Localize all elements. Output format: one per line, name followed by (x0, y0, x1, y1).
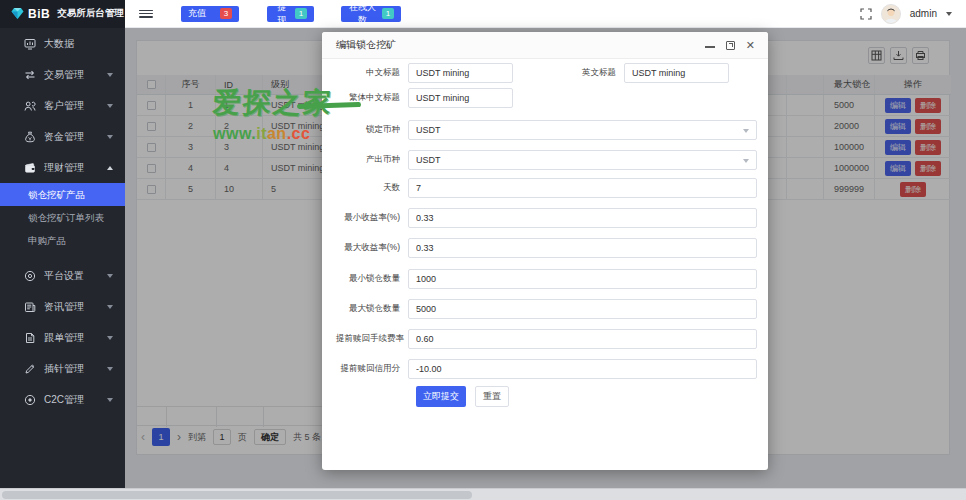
min-lock-input[interactable] (408, 269, 757, 289)
sidebar-item-label: 理财管理 (44, 161, 99, 175)
username[interactable]: admin (910, 8, 937, 19)
field-label-days: 天数 (336, 182, 408, 194)
chevron-down-icon (107, 104, 113, 108)
sidebar-item-label: 平台设置 (44, 269, 99, 283)
sidebar-item-pin[interactable]: 插针管理 (0, 353, 125, 384)
form-row: 提前赎回手续费率 (336, 329, 757, 349)
withdraw-button[interactable]: 提现 1 (267, 6, 314, 22)
field-label-min-rate: 最小收益率(%) (336, 212, 408, 224)
sidebar-item-c2c[interactable]: C2C管理 (0, 384, 125, 415)
edit-mining-modal: 编辑锁仓挖矿 ✕ 中文标题 英文标题 繁体中文标题 锁定币种 USD (322, 32, 768, 470)
sidebar-item-copytrade[interactable]: 跟单管理 (0, 322, 125, 353)
cn-title-input[interactable] (408, 63, 513, 83)
circle-dot-icon (24, 394, 36, 406)
sidebar-gap (0, 252, 125, 260)
logo-text: BiB (28, 7, 50, 21)
minimize-icon[interactable] (705, 42, 715, 48)
chart-icon (24, 38, 36, 50)
field-label-max-lock: 最大锁仓数量 (336, 303, 408, 315)
money-bag-icon (24, 131, 36, 143)
sidebar-collapse-icon[interactable] (139, 8, 153, 20)
document-icon (24, 332, 36, 344)
field-label-en-title: 英文标题 (513, 67, 624, 79)
field-label-min-lock: 最小锁仓数量 (336, 273, 408, 285)
output-coin-select[interactable]: USDT (408, 150, 757, 170)
sidebar-item-platform[interactable]: 平台设置 (0, 260, 125, 291)
field-label-output-coin: 产出币种 (336, 154, 408, 166)
min-rate-input[interactable] (408, 208, 757, 228)
scrollbar-thumb[interactable] (2, 491, 472, 499)
form-row: 最小收益率(%) (336, 208, 757, 228)
en-title-input[interactable] (624, 63, 729, 83)
modal-title: 编辑锁仓挖矿 (336, 38, 396, 52)
tc-title-input[interactable] (408, 88, 513, 108)
field-label-tc-title: 繁体中文标题 (336, 92, 408, 104)
sidebar-item-label: 大数据 (44, 37, 113, 51)
sidebar-item-label: C2C管理 (44, 393, 99, 407)
sidebar-item-bigdata[interactable]: 大数据 (0, 28, 125, 59)
output-coin-value: USDT (416, 155, 441, 165)
select-caret-icon (743, 159, 749, 163)
withdraw-badge: 1 (295, 8, 307, 19)
form-row: 提前赎回信用分 (336, 359, 757, 379)
chevron-down-icon (107, 135, 113, 139)
form-row: 繁体中文标题 (336, 88, 757, 108)
form-row: 最大收益率(%) (336, 238, 757, 258)
user-avatar[interactable] (881, 4, 901, 24)
user-menu-caret-icon[interactable] (946, 12, 952, 16)
chevron-down-icon (107, 398, 113, 402)
top-header: BiB 交易所后台管理 充值 3 提现 1 在线人数 1 (0, 0, 966, 28)
form-row: 产出币种 USDT (336, 150, 757, 170)
gem-logo-icon (11, 7, 24, 20)
target-icon (24, 270, 36, 282)
sidebar-item-news[interactable]: 资讯管理 (0, 291, 125, 322)
sidebar-subitem-mining-orders[interactable]: 锁仓挖矿订单列表 (0, 206, 125, 229)
days-input[interactable] (408, 178, 757, 198)
form-row: 锁定币种 USDT (336, 120, 757, 140)
field-label-redeem-fee: 提前赎回手续费率 (336, 333, 408, 345)
sidebar-item-finance[interactable]: 理财管理 (0, 152, 125, 183)
wallet-icon (24, 162, 36, 174)
sidebar-subitem-mining-products[interactable]: 锁仓挖矿产品 (0, 183, 125, 206)
modal-buttons: 立即提交 重置 (336, 386, 757, 407)
reset-button[interactable]: 重置 (475, 386, 509, 407)
chevron-down-icon (107, 274, 113, 278)
chevron-down-icon (107, 336, 113, 340)
sidebar-item-label: 交易管理 (44, 68, 99, 82)
sidebar-item-label: 资讯管理 (44, 300, 99, 314)
fullscreen-icon[interactable] (860, 8, 872, 20)
sidebar-subitem-subscribe-products[interactable]: 申购产品 (0, 229, 125, 252)
redeem-credit-input[interactable] (408, 359, 757, 379)
lock-coin-value: USDT (416, 125, 441, 135)
newspaper-icon (24, 301, 36, 313)
online-users-badge: 1 (382, 8, 394, 19)
field-label-max-rate: 最大收益率(%) (336, 242, 408, 254)
max-rate-input[interactable] (408, 238, 757, 258)
form-row: 中文标题 英文标题 (336, 63, 757, 83)
redeem-fee-input[interactable] (408, 329, 757, 349)
close-icon[interactable]: ✕ (746, 40, 755, 50)
recharge-badge: 3 (220, 8, 232, 19)
pen-icon (24, 363, 36, 375)
sidebar-item-label: 跟单管理 (44, 331, 99, 345)
max-lock-input[interactable] (408, 299, 757, 319)
field-label-redeem-credit: 提前赎回信用分 (336, 363, 408, 375)
sidebar-item-funds[interactable]: 资金管理 (0, 121, 125, 152)
online-users-button[interactable]: 在线人数 1 (341, 6, 401, 22)
form-row: 天数 (336, 178, 757, 198)
sidebar-item-trade[interactable]: 交易管理 (0, 59, 125, 90)
lock-coin-select[interactable]: USDT (408, 120, 757, 140)
app-window: BiB 交易所后台管理 充值 3 提现 1 在线人数 1 (0, 0, 966, 500)
sidebar-item-label: 客户管理 (44, 99, 99, 113)
chevron-down-icon (107, 73, 113, 77)
recharge-button[interactable]: 充值 3 (181, 6, 239, 22)
sidebar-item-customers[interactable]: 客户管理 (0, 90, 125, 121)
field-label-cn-title: 中文标题 (336, 67, 408, 79)
modal-titlebar: 编辑锁仓挖矿 ✕ (322, 32, 768, 59)
exchange-icon (24, 69, 36, 81)
withdraw-label: 提现 (274, 1, 290, 27)
maximize-icon[interactable] (726, 41, 735, 50)
submit-button[interactable]: 立即提交 (416, 386, 466, 407)
form-row: 最小锁仓数量 (336, 269, 757, 289)
horizontal-scrollbar[interactable] (0, 488, 966, 500)
